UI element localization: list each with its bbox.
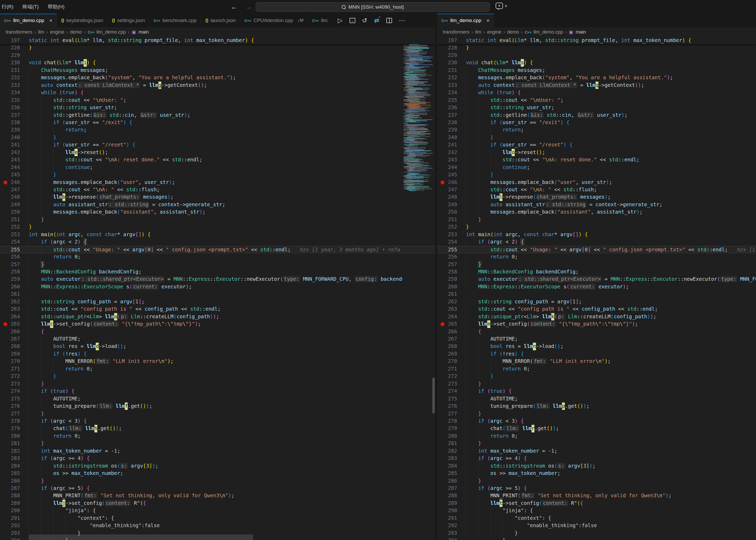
minimap[interactable] [402, 37, 433, 540]
code-line[interactable]: 266 { [0, 328, 435, 335]
code-line[interactable]: 268 bool res = llmn->load(); [437, 343, 756, 350]
code-line[interactable]: 278 if (argc < 3) { [437, 417, 756, 425]
code-line[interactable]: 281 } [437, 440, 756, 447]
split-editor-icon[interactable] [386, 18, 392, 23]
breakpoint-icon[interactable] [3, 181, 7, 185]
code-line[interactable]: 271 return 0; [437, 365, 756, 373]
code-line[interactable]: 274 if (true) { [0, 388, 435, 395]
code-line[interactable]: 256 return 0; [0, 253, 435, 261]
code-line[interactable]: 253int main(int argc, const char* argv[]… [0, 231, 435, 238]
code-line[interactable]: 255 std::cout << "Usage: " << argv[0] <<… [437, 246, 756, 253]
code-line[interactable]: 271 return 0; [0, 365, 435, 373]
code-line[interactable]: 282 int max_token_number = -1; [0, 447, 435, 455]
code-line[interactable]: 257 } [0, 261, 435, 268]
code-line[interactable]: 272 } [0, 373, 435, 380]
code-line[interactable]: 265 llmm->set_config(content: "{\"tmp_pa… [437, 321, 756, 328]
code-line[interactable]: 254 if (argc < 2) { [0, 238, 435, 246]
breadcrumb-item[interactable]: demo [507, 29, 519, 35]
history-icon[interactable]: ↺ [362, 17, 368, 24]
code-line[interactable]: 263 std::cout << "config path is " << co… [437, 306, 756, 313]
code-line[interactable]: 278 if (argc < 3) { [0, 417, 435, 425]
code-line[interactable]: 234 while (true) { [437, 89, 756, 96]
breadcrumb-item[interactable]: engine [487, 29, 501, 35]
code-line[interactable]: 292 "enable_thinking":false [437, 522, 756, 529]
code-line[interactable]: 272 } [437, 373, 756, 380]
breadcrumb-item-file[interactable]: llm_demo.cpp [534, 29, 563, 35]
code-line[interactable]: 283 if (argc >= 4) { [0, 455, 435, 462]
code-line[interactable]: 229 [437, 52, 756, 59]
code-line[interactable]: 293 } [437, 529, 756, 537]
code-line[interactable]: 285 os >> max_token_number; [437, 470, 756, 477]
code-line[interactable]: 289 llmj->set_config(content: R"({ [0, 499, 435, 507]
horizontal-scrollbar[interactable] [29, 534, 253, 540]
tab-llm-[interactable]: C++llm. [308, 14, 333, 27]
code-line[interactable]: 238 if (user_str == "/exit") { [0, 119, 435, 126]
code-line[interactable]: 241 if (user_str == "/reset") { [437, 141, 756, 149]
code-line[interactable]: 267 AUTOTIME; [437, 335, 756, 343]
vertical-scrollbar[interactable] [432, 378, 435, 413]
code-line[interactable]: 284 std::istringstream os(s: argv[3]); [437, 462, 756, 470]
code-line[interactable]: 245 } [0, 171, 435, 179]
code-line[interactable]: 275 AUTOTIME; [437, 395, 756, 403]
code-line[interactable]: 234 while (true) { [0, 89, 435, 96]
code-line[interactable]: 270 MNN_ERROR(fmt: "LLM init error\n"); [0, 358, 435, 365]
code-line[interactable]: 233 auto context: const LlmContext * = l… [437, 81, 756, 89]
code-line[interactable]: 273 } [437, 380, 756, 388]
code-line[interactable]: 286 } [0, 477, 435, 484]
code-line[interactable]: 264 std::unique_ptr<Llm> llmk(p: Llm::cr… [437, 313, 756, 321]
code-line[interactable]: 261 [0, 291, 435, 298]
code-line[interactable]: 243 std::cout << "\nA: reset done." << s… [0, 156, 435, 164]
tab-benchmark-cpp[interactable]: C++benchmark.cpp [149, 14, 201, 27]
code-line[interactable]: 237 std::getline(&is: std::cin, &str: us… [437, 111, 756, 119]
code-line[interactable]: 238 if (user_str == "/exit") { [437, 119, 756, 126]
code-line[interactable]: 228} [437, 44, 756, 52]
code-line[interactable]: 259 auto executor: std::shared_ptr<Execu… [0, 276, 435, 283]
code-line[interactable]: 258 MNN::BackendConfig backendConfig; [437, 268, 756, 276]
breadcrumb-item[interactable]: transformers [6, 29, 32, 35]
code-line[interactable]: 246 messages.emplace_back("user", user_s… [437, 179, 756, 186]
breadcrumb-item[interactable]: llm [38, 29, 44, 35]
code-line[interactable]: 266 { [437, 328, 756, 335]
code-line[interactable]: 277 } [437, 410, 756, 417]
code-line[interactable]: 294 } [437, 537, 756, 540]
code-line[interactable]: 236 std::string user_str; [437, 104, 756, 111]
code-line[interactable]: 291 "context": { [0, 514, 435, 522]
code-line[interactable]: 249 auto assistant_str: std::string = co… [437, 201, 756, 208]
breadcrumb-item[interactable]: demo [70, 29, 82, 35]
code-line[interactable]: 251 } [0, 216, 435, 223]
editor-pane-right[interactable]: 197static int eval(Llm* llm, std::string… [437, 37, 756, 540]
code-line[interactable]: 255 std::cout << "Usage: " << argv[0] <<… [0, 246, 435, 253]
code-line[interactable]: 269 if (!res) { [437, 350, 756, 358]
code-line[interactable]: 242 llmo->reset(); [437, 149, 756, 156]
nav-back-icon[interactable]: ← [231, 3, 238, 11]
code-line[interactable]: 257 } [437, 261, 756, 268]
code-line[interactable]: 252} [0, 223, 435, 231]
code-line[interactable]: 287 if (argc >= 5) { [437, 484, 756, 492]
tab-cpuattention-cpp[interactable]: C++CPUAttention.cpp↓M [240, 14, 308, 27]
code-line[interactable]: 267 AUTOTIME; [0, 335, 435, 343]
code-line[interactable]: 286 } [437, 477, 756, 484]
code-line[interactable]: 245 } [437, 171, 756, 179]
code-line[interactable]: 285 os >> max_token_number; [0, 470, 435, 477]
breakpoint-icon[interactable] [3, 322, 7, 326]
code-line[interactable]: 240 } [437, 134, 756, 141]
code-line[interactable]: 235 std::cout << "\nUser: "; [0, 96, 435, 104]
code-line[interactable]: 259 auto executor: std::shared_ptr<Execu… [437, 276, 756, 283]
code-line[interactable]: 262 std::string config_path = argv[1]; [0, 298, 435, 306]
code-line[interactable]: 290 "jinja": { [0, 507, 435, 514]
code-line[interactable]: 292 "enable_thinking":false [0, 522, 435, 529]
menu-item[interactable]: 行(R) [0, 3, 18, 10]
code-line[interactable]: 248 llmb->response(chat_prompts: message… [0, 194, 435, 201]
code-line[interactable]: 280 return 0; [437, 432, 756, 440]
code-line[interactable]: 264 std::unique_ptr<Llm> llma(p: Llm::cr… [0, 313, 435, 321]
code-line[interactable]: 291 "context": { [437, 514, 756, 522]
code-line[interactable]: 279 chat(llm: llmr.get()); [437, 425, 756, 432]
code-line[interactable]: 247 std::cout << "\nA: " << std::flush; [0, 186, 435, 194]
code-line[interactable]: 244 continue; [0, 164, 435, 171]
menu-item[interactable]: 帮助(H) [43, 3, 69, 10]
install-icon[interactable]: ↓ [350, 18, 355, 23]
editor-group-divider[interactable] [435, 14, 437, 540]
close-icon[interactable]: × [486, 17, 489, 24]
code-line[interactable]: 268 bool res = llmd->load(); [0, 343, 435, 350]
tab-settings-json[interactable]: {}settings.json [108, 14, 150, 27]
